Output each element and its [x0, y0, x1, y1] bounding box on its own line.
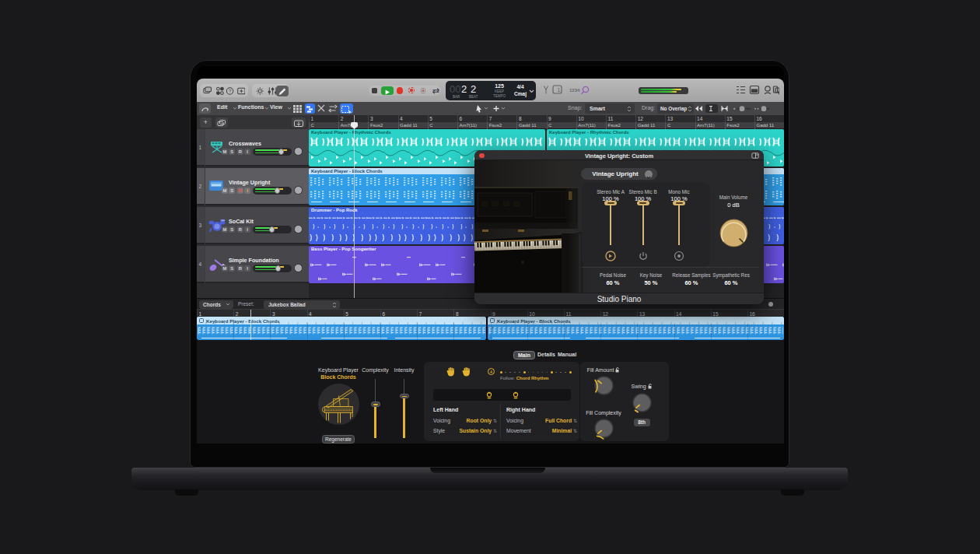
svg-text:?: ?	[229, 89, 232, 93]
svg-text:1: 1	[558, 87, 561, 93]
svg-text:1234: 1234	[569, 88, 580, 93]
